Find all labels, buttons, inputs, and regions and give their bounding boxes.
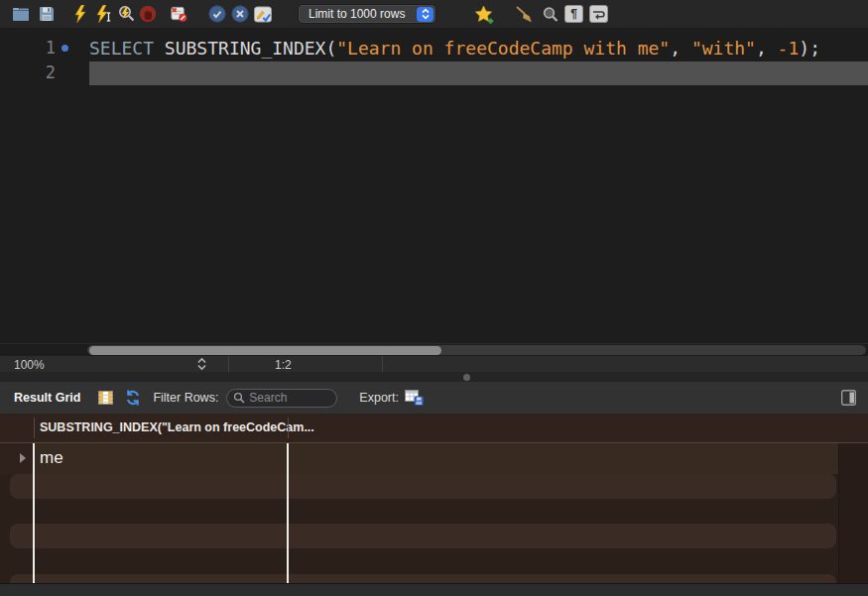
open-folder-icon[interactable] — [12, 5, 30, 24]
filter-rows-label: Filter Rows: — [153, 391, 218, 405]
row-selector-gutter[interactable] — [0, 443, 34, 474]
row-marker-icon — [20, 453, 26, 463]
zoom-level: 100% — [14, 358, 45, 372]
empty-row-stripe — [10, 474, 836, 499]
empty-row-stripe — [10, 574, 836, 583]
limit-rows-dropdown[interactable]: Limit to 1000 rows — [298, 4, 436, 24]
commit-icon[interactable] — [208, 5, 226, 24]
sql-function: SUBSTRING_INDEX( — [165, 38, 336, 59]
refresh-icon[interactable] — [125, 389, 141, 408]
caret-position: 1:2 — [275, 358, 292, 372]
sql-punct: ); — [799, 38, 820, 59]
grid-view-icon[interactable] — [98, 389, 113, 408]
grid-right-margin — [838, 443, 868, 583]
find-icon[interactable] — [542, 5, 558, 24]
stop-query-icon[interactable] — [139, 5, 157, 24]
word-wrap-icon[interactable] — [589, 5, 608, 23]
bottom-status-bar — [0, 583, 868, 596]
result-cell-value[interactable]: me — [40, 448, 63, 468]
sql-number: -1 — [778, 38, 800, 59]
export-icon[interactable] — [405, 389, 424, 408]
toggle-stop-on-error-icon[interactable] — [170, 5, 187, 24]
status-divider — [382, 356, 383, 372]
mysql-workbench-window: Limit to 1000 rows ¶ 1 SELECT SUBSTRING_… — [0, 0, 868, 596]
statement-marker-icon — [62, 45, 68, 52]
column-separator[interactable] — [287, 443, 289, 583]
editor-status-bar: 100% 1:2 — [0, 355, 868, 372]
line-number: 1 — [0, 36, 56, 60]
sql-string: "with" — [691, 38, 756, 59]
save-snippet-icon[interactable] — [474, 5, 494, 24]
splitter-handle-icon[interactable] — [463, 374, 470, 381]
column-divider[interactable] — [34, 417, 35, 438]
result-grid-header: SUBSTRING_INDEX("Learn on freeCodeCam... — [0, 414, 868, 443]
column-header[interactable]: SUBSTRING_INDEX("Learn on freeCodeCam... — [40, 420, 314, 434]
code-line-1[interactable]: SELECT SUBSTRING_INDEX("Learn on freeCod… — [89, 36, 820, 60]
current-line-highlight[interactable] — [89, 61, 868, 85]
line-number: 2 — [0, 60, 56, 85]
sql-keyword: SELECT — [89, 38, 165, 59]
sql-punct: , — [756, 38, 778, 59]
export-label: Export: — [359, 391, 399, 405]
limit-rows-value: Limit to 1000 rows — [309, 7, 405, 21]
scrollbar-thumb[interactable] — [89, 346, 441, 355]
side-panel-toggle-icon[interactable] — [841, 389, 856, 408]
sql-editor[interactable]: 1 SELECT SUBSTRING_INDEX("Learn on freeC… — [0, 29, 868, 343]
save-icon[interactable] — [38, 5, 56, 24]
beautify-icon[interactable] — [514, 5, 533, 24]
sql-string: "Learn on freeCodeCamp with me" — [336, 38, 670, 59]
execute-script-icon[interactable] — [71, 5, 89, 24]
column-separator[interactable] — [33, 443, 35, 583]
dropdown-stepper-icon — [417, 7, 434, 22]
editor-hscrollbar — [0, 343, 868, 355]
search-icon — [233, 392, 245, 404]
filter-search-field[interactable] — [226, 389, 337, 408]
column-divider[interactable] — [288, 417, 289, 438]
execute-statement-icon[interactable] — [95, 5, 113, 24]
panel-splitter[interactable] — [0, 372, 868, 382]
rollback-icon[interactable] — [231, 5, 249, 24]
result-grid-title: Result Grid — [14, 391, 80, 405]
table-row[interactable]: me — [0, 443, 868, 474]
sql-punct: , — [670, 38, 691, 59]
toggle-autocommit-icon[interactable] — [254, 5, 272, 24]
explain-plan-icon[interactable] — [117, 5, 135, 24]
empty-row-stripe — [10, 524, 836, 548]
result-grid-toolbar: Result Grid Filter Rows: Export: — [0, 382, 868, 414]
status-divider — [228, 356, 229, 372]
result-grid-body: me — [0, 443, 868, 583]
show-invisibles-icon[interactable]: ¶ — [564, 5, 583, 23]
search-input[interactable] — [249, 391, 330, 405]
editor-toolbar: Limit to 1000 rows ¶ — [0, 0, 868, 29]
